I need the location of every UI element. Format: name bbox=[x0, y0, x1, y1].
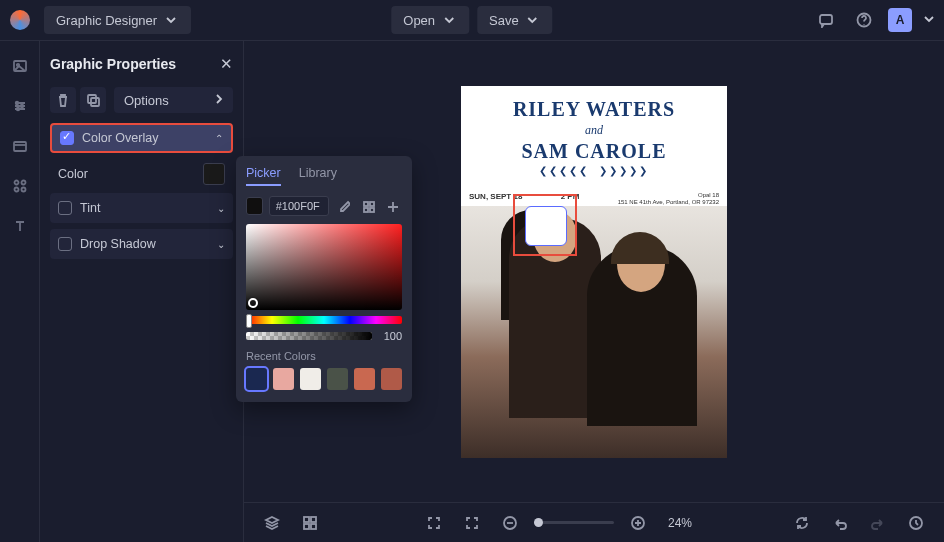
color-overlay-section[interactable]: Color Overlay ⌃ bbox=[50, 123, 233, 153]
recent-swatch[interactable] bbox=[246, 368, 267, 390]
open-button[interactable]: Open bbox=[391, 6, 469, 34]
recent-swatch[interactable] bbox=[327, 368, 348, 390]
center-actions: Open Save bbox=[391, 6, 552, 34]
app-logo-icon bbox=[10, 10, 30, 30]
close-icon[interactable]: ✕ bbox=[220, 55, 233, 73]
chevron-up-icon: ⌃ bbox=[215, 133, 223, 144]
swatch-grid-icon[interactable] bbox=[359, 196, 377, 216]
svg-rect-13 bbox=[91, 98, 99, 106]
color-swatch[interactable] bbox=[203, 163, 225, 185]
tab-library[interactable]: Library bbox=[299, 166, 337, 186]
svg-rect-24 bbox=[370, 208, 374, 212]
mode-dropdown[interactable]: Graphic Designer bbox=[44, 6, 191, 34]
recent-colors bbox=[246, 368, 402, 390]
hex-input[interactable] bbox=[269, 196, 329, 216]
recent-swatch[interactable] bbox=[273, 368, 294, 390]
current-color-swatch bbox=[246, 197, 263, 215]
tool-strip bbox=[0, 41, 40, 542]
checkbox-off-icon[interactable] bbox=[58, 237, 72, 251]
chevron-down-icon bbox=[163, 12, 179, 28]
invitation-text: RILEY WATERS and SAM CAROLE ❮❮❮❮❮ ❯❯❯❯❯ bbox=[461, 98, 727, 176]
svg-rect-15 bbox=[311, 517, 316, 522]
recent-swatch[interactable] bbox=[300, 368, 321, 390]
comment-icon[interactable] bbox=[812, 6, 840, 34]
svg-rect-21 bbox=[364, 202, 368, 206]
canvas-toolbar: 24% bbox=[244, 502, 944, 542]
tab-picker[interactable]: Picker bbox=[246, 166, 281, 186]
properties-panel: Graphic Properties ✕ Options Color Overl… bbox=[40, 41, 244, 542]
top-bar: Graphic Designer Open Save A bbox=[0, 0, 944, 41]
history-icon[interactable] bbox=[902, 509, 930, 537]
image-tool-icon[interactable] bbox=[9, 55, 31, 77]
chevron-down-icon: ⌄ bbox=[217, 203, 225, 214]
drop-shadow-section[interactable]: Drop Shadow ⌄ bbox=[50, 229, 233, 259]
alpha-value: 100 bbox=[378, 330, 402, 342]
svg-rect-12 bbox=[88, 95, 96, 103]
library-tool-icon[interactable] bbox=[9, 135, 31, 157]
svg-rect-22 bbox=[370, 202, 374, 206]
fit-icon[interactable] bbox=[420, 509, 448, 537]
grid-icon[interactable] bbox=[296, 509, 324, 537]
duplicate-icon[interactable] bbox=[80, 87, 106, 113]
chevron-down-icon bbox=[441, 12, 457, 28]
svg-point-9 bbox=[21, 181, 25, 185]
eyedropper-icon[interactable] bbox=[335, 196, 353, 216]
svg-rect-14 bbox=[304, 517, 309, 522]
text-tool-icon[interactable] bbox=[9, 215, 31, 237]
sl-cursor[interactable] bbox=[248, 298, 258, 308]
alpha-slider[interactable] bbox=[246, 332, 372, 340]
panel-title: Graphic Properties bbox=[50, 56, 176, 72]
svg-rect-0 bbox=[820, 15, 832, 24]
color-label: Color bbox=[58, 167, 88, 181]
svg-point-8 bbox=[14, 181, 18, 185]
checkbox-off-icon[interactable] bbox=[58, 201, 72, 215]
recent-colors-label: Recent Colors bbox=[246, 350, 402, 362]
color-picker-popover: Picker Library 100 Recent Colors bbox=[236, 156, 412, 402]
hue-slider[interactable] bbox=[246, 316, 402, 324]
svg-rect-16 bbox=[304, 524, 309, 529]
save-button[interactable]: Save bbox=[477, 6, 553, 34]
chevron-right-icon bbox=[213, 92, 223, 108]
refresh-icon[interactable] bbox=[788, 509, 816, 537]
selection-highlight bbox=[513, 194, 577, 256]
expand-icon[interactable] bbox=[458, 509, 486, 537]
svg-point-11 bbox=[21, 188, 25, 192]
add-icon[interactable] bbox=[384, 196, 402, 216]
undo-icon[interactable] bbox=[826, 509, 854, 537]
artboard[interactable]: RILEY WATERS and SAM CAROLE ❮❮❮❮❮ ❯❯❯❯❯ … bbox=[461, 86, 727, 458]
layers-icon[interactable] bbox=[258, 509, 286, 537]
help-icon[interactable] bbox=[850, 6, 878, 34]
svg-rect-17 bbox=[311, 524, 316, 529]
elements-tool-icon[interactable] bbox=[9, 175, 31, 197]
delete-icon[interactable] bbox=[50, 87, 76, 113]
color-row: Color bbox=[50, 159, 233, 193]
zoom-in-icon[interactable] bbox=[624, 509, 652, 537]
recent-swatch[interactable] bbox=[381, 368, 402, 390]
svg-rect-23 bbox=[364, 208, 368, 212]
event-info: SUN, SEPT 18 2 PM Opal 18 151 NE 41th Av… bbox=[469, 192, 719, 206]
zoom-out-icon[interactable] bbox=[496, 509, 524, 537]
redo-icon[interactable] bbox=[864, 509, 892, 537]
decoration: ❮❮❮❮❮ ❯❯❯❯❯ bbox=[461, 165, 727, 176]
adjust-tool-icon[interactable] bbox=[9, 95, 31, 117]
mode-label: Graphic Designer bbox=[56, 13, 157, 28]
recent-swatch[interactable] bbox=[354, 368, 375, 390]
zoom-slider[interactable] bbox=[534, 521, 614, 524]
saturation-lightness-area[interactable] bbox=[246, 224, 402, 310]
selected-element[interactable] bbox=[525, 206, 567, 246]
avatar[interactable]: A bbox=[888, 8, 912, 32]
zoom-value: 24% bbox=[668, 516, 692, 530]
chevron-down-icon[interactable] bbox=[922, 12, 934, 28]
svg-rect-7 bbox=[14, 142, 26, 151]
svg-point-10 bbox=[14, 188, 18, 192]
tint-section[interactable]: Tint ⌄ bbox=[50, 193, 233, 223]
chevron-down-icon: ⌄ bbox=[217, 239, 225, 250]
chevron-down-icon bbox=[525, 12, 541, 28]
checkbox-on-icon[interactable] bbox=[60, 131, 74, 145]
options-dropdown[interactable]: Options bbox=[114, 87, 233, 113]
